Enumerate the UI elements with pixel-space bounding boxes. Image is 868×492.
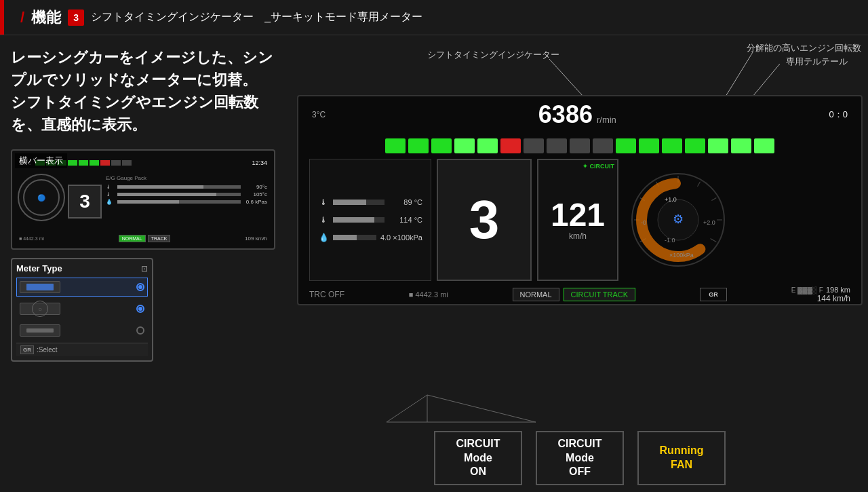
speed-unit: km/h — [569, 231, 587, 241]
meter-type-footer: GR :Select — [16, 343, 148, 356]
timer-display: 0：0 — [829, 109, 848, 121]
gauge-val-1: 89 °C — [389, 198, 422, 206]
shift-seg-10 — [593, 138, 613, 153]
circuit-btn-fan[interactable]: RunningFAN — [637, 431, 726, 485]
rpm-seg-8 — [111, 160, 121, 166]
preview-gauge-bar-3 — [117, 200, 241, 204]
meter-type-item-icon-1 — [20, 281, 60, 293]
gauge-icon-1: 🌡 — [318, 197, 329, 208]
shift-seg-4 — [454, 138, 475, 153]
shift-seg-5 — [477, 138, 498, 153]
shift-seg-6 — [500, 138, 521, 153]
preview-gauge-row-2: 🌡 105°c — [106, 191, 267, 197]
speed-display: ✦ CIRCUIT 121 km/h — [537, 159, 618, 281]
meter-type-footer-label: :Select — [37, 346, 58, 354]
temp-display: 3°C — [312, 110, 326, 119]
preview-speed: 109 km/h — [245, 235, 267, 242]
preview-mid: 🔵 3 E/G Gauge Pack 🌡 90°c — [15, 172, 271, 231]
shift-seg-3 — [431, 138, 452, 153]
annotation-dedicated-telltale: 専用テルテール — [786, 56, 848, 68]
gear-display-center: 3 — [437, 159, 532, 281]
mode-btn-normal[interactable]: NORMAL — [513, 288, 559, 301]
shift-seg-9 — [570, 138, 590, 153]
header: / 機能 3 シフトタイミングインジケーター _サーキットモード専用メーター — [0, 0, 868, 35]
circuit-btn-on-label: CIRCUITModeON — [456, 437, 500, 479]
meter-type-radio-3 — [136, 326, 144, 335]
screen-preview: 横バー表示 24°c 12:34 — [11, 149, 275, 250]
preview-gauge-val-1: 90°c — [243, 184, 267, 190]
rpm-center-display: 6386 r/min — [538, 100, 616, 129]
tagline-line2: シフトタイミングやエンジン回転数を、直感的に表示。 — [11, 91, 281, 136]
preview-label: 横バー表示 — [15, 153, 67, 168]
meter-top-row: 3°C 6386 r/min 0：0 — [298, 96, 861, 133]
bottom-buttons: CIRCUITModeON CIRCUITModeOFF RunningFAN — [434, 431, 726, 485]
tacho-gauge: ⚙ -0 +2.0 ×100kPa +1.0 -1.0 — [624, 159, 732, 281]
main-content: レーシングカーをイメージした、シンプルでソリッドなメーターに切替。 シフトタイミ… — [0, 35, 868, 492]
meter-type-item-3[interactable] — [16, 321, 148, 340]
shift-seg-8 — [547, 138, 567, 153]
meter-info-bar: TRC OFF ■ 4442.3 mi NORMAL CIRCUIT TRACK… — [298, 281, 861, 305]
preview-speedo: 🔵 — [18, 174, 65, 221]
meter-type-item-1[interactable] — [16, 278, 148, 297]
svg-text:-1.0: -1.0 — [665, 237, 675, 244]
speed-bottom: 144 km/h — [817, 294, 850, 303]
svg-text:-0: -0 — [641, 219, 646, 226]
rpm-seg-7 — [100, 160, 110, 166]
preview-bottom: ■ 4442.3 mi NORMAL TRACK 109 km/h — [15, 231, 271, 246]
svg-line-23 — [387, 395, 427, 422]
gear-number-big: 3 — [469, 193, 500, 247]
gr-badge: GR — [20, 345, 34, 354]
circuit-btn-off[interactable]: CIRCUITModeOFF — [536, 431, 624, 485]
right-panel: シフトタイミングインジケーター 分解能の高いエンジン回転数 専用テルテール 3°… — [292, 35, 868, 492]
meter-type-item-2[interactable]: ○ — [16, 299, 148, 318]
mode-btn-track[interactable]: CIRCUIT TRACK — [564, 288, 636, 301]
preview-gauge-val-2: 105°c — [243, 191, 267, 197]
preview-odo: ■ 4442.3 mi — [19, 236, 44, 241]
preview-gauge-val-3: 0.6 kPas — [243, 199, 267, 205]
rpm-seg-5 — [79, 160, 88, 166]
rpm-value: 6386 — [538, 100, 593, 129]
svg-text:×100kPa: ×100kPa — [669, 252, 694, 259]
preview-gauge-bar-2 — [117, 193, 241, 196]
gauge-icon-2: 🌡 — [318, 214, 329, 225]
shift-seg-16 — [731, 138, 751, 153]
rpm-unit: r/min — [597, 115, 616, 125]
preview-gauge-pack: E/G Gauge Pack 🌡 90°c 🌡 — [104, 174, 269, 229]
shift-seg-11 — [616, 138, 636, 153]
meter-type-icon: ⊡ — [141, 264, 148, 273]
shift-seg-17 — [754, 138, 774, 153]
svg-line-25 — [427, 395, 536, 422]
circuit-btn-on[interactable]: CIRCUITModeON — [434, 431, 522, 485]
fuel-icon: E ▓▓▓░ F — [791, 286, 823, 294]
rpm-seg-4 — [68, 160, 77, 166]
header-badge: 3 — [68, 10, 84, 26]
preview-btn-normal: NORMAL — [119, 235, 146, 242]
trc-display: TRC OFF — [309, 290, 344, 299]
gauge-val-3: 4.0 ×100kPa — [380, 233, 422, 242]
meter-type-radio-1 — [136, 283, 144, 291]
tagline: レーシングカーをイメージした、シンプルでソリッドなメーターに切替。 シフトタイミ… — [11, 46, 281, 136]
shift-indicator-bar — [298, 133, 861, 159]
meter-type-header: Meter Type ⊡ — [16, 263, 148, 273]
header-subtitle: シフトタイミングインジケーター _サーキットモード専用メーター — [91, 10, 422, 24]
annotation-high-res-rpm: 分解能の高いエンジン回転数 — [747, 42, 861, 54]
rpm-seg-6 — [90, 160, 99, 166]
mode-buttons: NORMAL CIRCUIT TRACK — [513, 288, 636, 301]
svg-line-4 — [753, 64, 780, 96]
meter-type-item-icon-3 — [20, 324, 60, 337]
gauge-row-2: 🌡 114 °C — [318, 214, 422, 225]
meter-type-item-icon-2: ○ — [20, 303, 60, 315]
shift-seg-2 — [408, 138, 429, 153]
svg-line-2 — [549, 59, 583, 96]
shift-seg-7 — [524, 138, 544, 153]
preview-gauge-row-3: 💧 0.6 kPas — [106, 199, 267, 205]
svg-text:⚙: ⚙ — [673, 212, 684, 226]
speed-number: 121 — [551, 199, 605, 231]
odo-display: ■ 4442.3 mi — [409, 290, 448, 299]
preview-gauge-bar-1 — [117, 185, 241, 189]
shift-seg-1 — [385, 138, 406, 153]
preview-btn-track: TRACK — [148, 235, 171, 242]
svg-text:+2.0: +2.0 — [703, 219, 715, 226]
tacho-svg: ⚙ -0 +2.0 ×100kPa +1.0 -1.0 — [627, 169, 729, 271]
left-panel: レーシングカーをイメージした、シンプルでソリッドなメーターに切替。 シフトタイミ… — [0, 35, 292, 492]
